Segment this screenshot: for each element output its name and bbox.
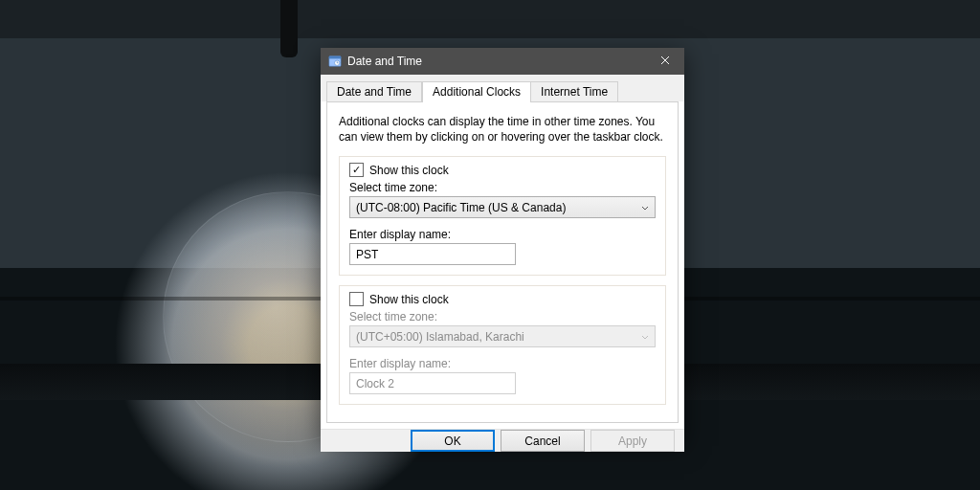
tab-additional-clocks[interactable]: Additional Clocks xyxy=(422,81,531,102)
cancel-button[interactable]: Cancel xyxy=(501,430,585,452)
close-button[interactable] xyxy=(646,48,684,75)
tab-date-and-time[interactable]: Date and Time xyxy=(326,81,422,102)
clock2-group: Show this clock Select time zone: (UTC+0… xyxy=(339,285,666,405)
chevron-down-icon xyxy=(641,201,649,214)
tab-label: Internet Time xyxy=(541,85,608,99)
clock2-name-label: Enter display name: xyxy=(349,357,656,370)
clock2-display-name-value: Clock 2 xyxy=(356,377,394,390)
button-label: Cancel xyxy=(524,434,560,448)
clock2-display-name-input: Clock 2 xyxy=(349,372,516,394)
clock2-show-label: Show this clock xyxy=(369,293,449,306)
clock2-show-checkbox[interactable] xyxy=(349,292,364,306)
button-label: OK xyxy=(444,434,460,448)
desktop-background: Date and Time Date and Time Additional C… xyxy=(0,0,980,490)
clock1-show-label: Show this clock xyxy=(369,164,449,177)
button-label: Apply xyxy=(618,434,647,448)
close-icon xyxy=(660,55,670,68)
clock1-display-name-input[interactable]: PST xyxy=(349,243,516,265)
app-icon xyxy=(328,55,342,68)
date-and-time-dialog: Date and Time Date and Time Additional C… xyxy=(321,48,684,440)
tabpage-additional-clocks: Additional clocks can display the time i… xyxy=(326,101,679,423)
clock2-timezone-combo: (UTC+05:00) Islamabad, Karachi xyxy=(349,325,656,347)
tab-label: Additional Clocks xyxy=(433,85,521,99)
clock1-tz-label: Select time zone: xyxy=(349,181,656,194)
clock1-name-label: Enter display name: xyxy=(349,228,656,241)
tabstrip: Date and Time Additional Clocks Internet… xyxy=(321,75,684,101)
bg-lamp-stem xyxy=(280,0,298,57)
clock1-group: Show this clock Select time zone: (UTC-0… xyxy=(339,156,666,276)
description-text: Additional clocks can display the time i… xyxy=(339,114,666,145)
svg-rect-1 xyxy=(329,56,341,59)
clock2-tz-label: Select time zone: xyxy=(349,310,656,323)
titlebar[interactable]: Date and Time xyxy=(321,48,684,75)
tab-label: Date and Time xyxy=(337,85,412,99)
window-title: Date and Time xyxy=(347,55,646,68)
clock1-timezone-value: (UTC-08:00) Pacific Time (US & Canada) xyxy=(356,201,566,214)
dialog-button-row: OK Cancel Apply xyxy=(321,429,684,452)
apply-button: Apply xyxy=(590,430,675,452)
clock1-display-name-value: PST xyxy=(356,248,378,261)
ok-button[interactable]: OK xyxy=(411,430,495,452)
clock1-timezone-combo[interactable]: (UTC-08:00) Pacific Time (US & Canada) xyxy=(349,196,656,218)
tab-internet-time[interactable]: Internet Time xyxy=(531,81,618,102)
chevron-down-icon xyxy=(641,330,649,344)
clock2-timezone-value: (UTC+05:00) Islamabad, Karachi xyxy=(356,330,524,344)
clock1-show-checkbox[interactable] xyxy=(349,163,364,177)
